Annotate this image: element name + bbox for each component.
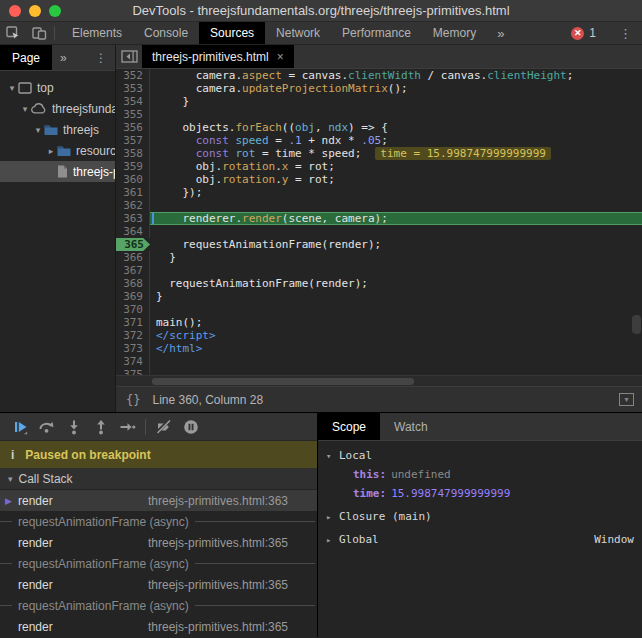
- code-text[interactable]: renderer.render(scene, camera);: [150, 212, 642, 225]
- code-line[interactable]: 363 renderer.render(scene, camera);: [116, 212, 642, 225]
- line-number[interactable]: 367: [116, 264, 150, 277]
- deactivate-breakpoints-button[interactable]: [150, 415, 177, 439]
- tree-item-resource[interactable]: ▸resource: [0, 140, 115, 161]
- code-line[interactable]: 362: [116, 199, 642, 212]
- tab-console[interactable]: Console: [133, 22, 199, 44]
- stack-frame[interactable]: renderthreejs-primitives.html:365: [0, 574, 317, 595]
- code-text[interactable]: [150, 368, 642, 375]
- tab-network[interactable]: Network: [265, 22, 331, 44]
- code-text[interactable]: requestAnimationFrame(render);: [150, 277, 642, 290]
- pause-on-exceptions-button[interactable]: [177, 415, 204, 439]
- navigator-menu-icon[interactable]: ⋮: [87, 45, 115, 70]
- stack-frame[interactable]: renderthreejs-primitives.html:365: [0, 616, 317, 637]
- line-number[interactable]: 368: [116, 277, 150, 290]
- inspect-icon[interactable]: [0, 22, 26, 44]
- stack-frame[interactable]: requestAnimationFrame (async): [0, 553, 317, 574]
- tab-page[interactable]: Page: [0, 45, 52, 70]
- line-number[interactable]: 360: [116, 173, 150, 186]
- code-line[interactable]: 358 const rot = time * speed;time = 15.9…: [116, 147, 642, 160]
- chevron-right-icon[interactable]: ▸: [326, 512, 339, 522]
- code-text[interactable]: [150, 303, 642, 316]
- more-panels-button[interactable]: »: [487, 22, 514, 44]
- code-line[interactable]: 371main();: [116, 316, 642, 329]
- line-number[interactable]: 370: [116, 303, 150, 316]
- line-number[interactable]: 355: [116, 108, 150, 121]
- stack-frame[interactable]: renderthreejs-primitives.html:365: [0, 532, 317, 553]
- code-text[interactable]: [150, 108, 642, 121]
- tab-performance[interactable]: Performance: [331, 22, 422, 44]
- scope-section-global[interactable]: ▸GlobalWindow: [318, 530, 642, 549]
- code-line[interactable]: 370: [116, 303, 642, 316]
- step-into-button[interactable]: [60, 415, 87, 439]
- code-text[interactable]: }: [150, 290, 642, 303]
- panel-toggle-icon[interactable]: ▼: [619, 393, 634, 406]
- close-tab-icon[interactable]: ×: [277, 50, 284, 64]
- code-text[interactable]: camera.updateProjectionMatrix();: [150, 82, 642, 95]
- code-text[interactable]: obj.rotation.y = rot;: [150, 173, 642, 186]
- code-line[interactable]: 375: [116, 368, 642, 375]
- line-number[interactable]: 353: [116, 82, 150, 95]
- code-line[interactable]: 374: [116, 355, 642, 368]
- line-number[interactable]: 369: [116, 290, 150, 303]
- code-text[interactable]: requestAnimationFrame(render);: [150, 238, 642, 251]
- line-number[interactable]: 371: [116, 316, 150, 329]
- chevron-right-icon[interactable]: ▸: [326, 535, 339, 545]
- code-line[interactable]: 364: [116, 225, 642, 238]
- code-text[interactable]: [150, 264, 642, 277]
- more-navigator-tabs-button[interactable]: »: [52, 45, 75, 70]
- code-line[interactable]: 360 obj.rotation.y = rot;: [116, 173, 642, 186]
- code-line[interactable]: 367: [116, 264, 642, 277]
- call-stack-header[interactable]: ▾ Call Stack: [0, 468, 317, 490]
- chevron-down-icon[interactable]: ▾: [32, 125, 44, 135]
- line-number[interactable]: 354: [116, 95, 150, 108]
- code-area[interactable]: 352 camera.aspect = canvas.clientWidth /…: [116, 69, 642, 375]
- hide-navigator-icon[interactable]: [116, 45, 142, 68]
- code-text[interactable]: </html>: [150, 342, 642, 355]
- vertical-scrollbar[interactable]: [632, 315, 641, 334]
- tree-item-top[interactable]: ▾top: [0, 77, 115, 98]
- stack-frame[interactable]: requestAnimationFrame (async): [0, 511, 317, 532]
- tab-watch[interactable]: Watch: [380, 413, 442, 440]
- resume-button[interactable]: [6, 415, 33, 439]
- stack-frame[interactable]: requestAnimationFrame (async): [0, 595, 317, 616]
- line-number[interactable]: 363: [116, 212, 150, 225]
- stack-frame[interactable]: ▶renderthreejs-primitives.html:363: [0, 490, 317, 511]
- line-number[interactable]: 375: [116, 368, 150, 375]
- line-number[interactable]: 358: [116, 147, 150, 160]
- line-number[interactable]: 356: [116, 121, 150, 134]
- code-line[interactable]: 373</html>: [116, 342, 642, 355]
- code-line[interactable]: 354 }: [116, 95, 642, 108]
- step-over-button[interactable]: [33, 415, 60, 439]
- tab-scope[interactable]: Scope: [318, 413, 380, 440]
- scrollbar-thumb[interactable]: [152, 378, 414, 385]
- step-button[interactable]: [114, 415, 141, 439]
- code-text[interactable]: }: [150, 251, 642, 264]
- chevron-down-icon[interactable]: ▾: [19, 104, 31, 114]
- code-text[interactable]: [150, 199, 642, 212]
- breakpoint-marker[interactable]: 365: [116, 238, 150, 251]
- code-text[interactable]: camera.aspect = canvas.clientWidth / can…: [150, 69, 642, 82]
- tree-item-threejs-p[interactable]: threejs-p: [0, 161, 115, 182]
- code-text[interactable]: obj.rotation.x = rot;: [150, 160, 642, 173]
- pretty-print-button[interactable]: {}: [116, 393, 152, 407]
- code-line[interactable]: 366 }: [116, 251, 642, 264]
- tab-elements[interactable]: Elements: [61, 22, 133, 44]
- editor-tab[interactable]: threejs-primitives.html ×: [142, 45, 294, 68]
- code-text[interactable]: [150, 355, 642, 368]
- code-line[interactable]: 359 obj.rotation.x = rot;: [116, 160, 642, 173]
- code-line[interactable]: 365 requestAnimationFrame(render);: [116, 238, 642, 251]
- chevron-right-icon[interactable]: ▸: [45, 146, 57, 156]
- scope-section-closure-main-[interactable]: ▸Closure (main): [318, 507, 642, 526]
- code-line[interactable]: 369}: [116, 290, 642, 303]
- line-number[interactable]: 372: [116, 329, 150, 342]
- code-line[interactable]: 361 });: [116, 186, 642, 199]
- tab-memory[interactable]: Memory: [422, 22, 487, 44]
- main-menu-icon[interactable]: ⋮: [609, 26, 642, 41]
- code-text[interactable]: });: [150, 186, 642, 199]
- line-number[interactable]: 366: [116, 251, 150, 264]
- line-number[interactable]: 374: [116, 355, 150, 368]
- horizontal-scrollbar[interactable]: [116, 375, 642, 386]
- tree-item-threejsfundar[interactable]: ▾threejsfundar: [0, 98, 115, 119]
- chevron-down-icon[interactable]: ▾: [6, 83, 18, 93]
- code-text[interactable]: const rot = time * speed;time = 15.99874…: [150, 147, 642, 160]
